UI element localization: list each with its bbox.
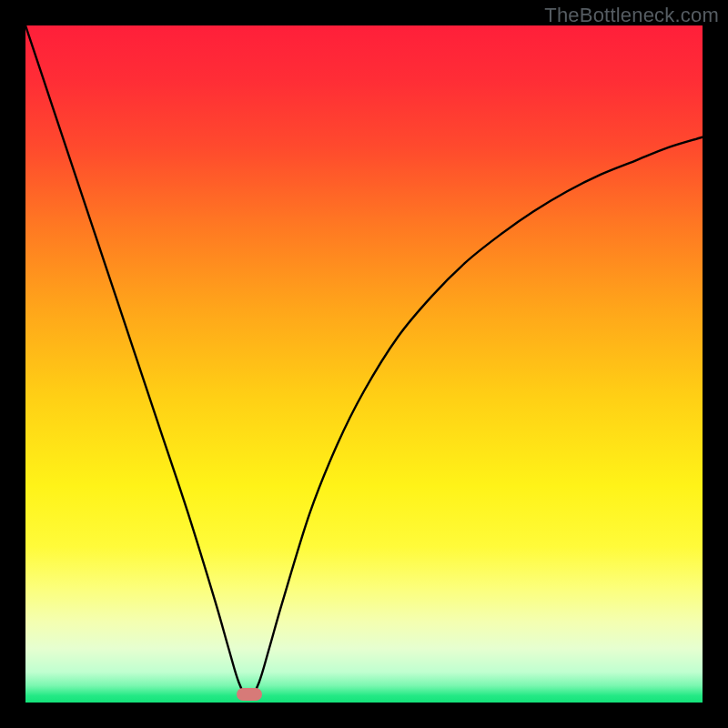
watermark-text: TheBottleneck.com (544, 4, 719, 27)
optimum-marker (237, 688, 262, 701)
plot-area (25, 25, 703, 703)
plot-svg (25, 25, 703, 703)
gradient-background (25, 25, 703, 703)
chart-frame: TheBottleneck.com (0, 0, 728, 728)
